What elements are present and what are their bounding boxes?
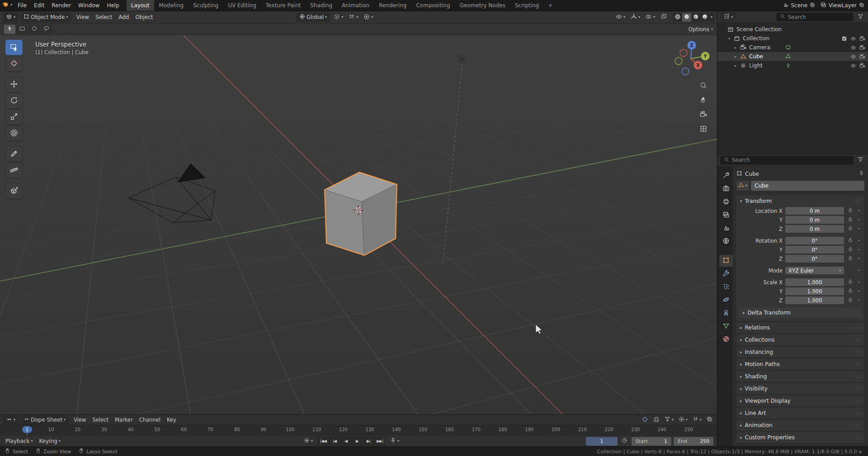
light-object[interactable] <box>443 55 466 263</box>
lock-icon[interactable] <box>847 237 854 244</box>
new-view-layer-icon[interactable] <box>859 2 864 9</box>
shading-material-preview-button[interactable] <box>691 13 700 22</box>
scene-selector[interactable]: Scene <box>783 2 815 9</box>
add-workspace-button[interactable]: + <box>544 0 557 11</box>
lock-icon[interactable] <box>847 226 854 232</box>
panel-drag-handle[interactable]: ∷∷ <box>854 325 861 330</box>
overlays-dropdown[interactable]: ▾ <box>644 13 657 22</box>
animate-dot[interactable] <box>856 217 862 223</box>
location-x-field[interactable]: 0 m <box>785 207 844 215</box>
dope-menu-key[interactable]: Key <box>164 417 179 423</box>
rotation-x-field[interactable]: 0° <box>785 237 844 244</box>
workspace-tab-animation[interactable]: Animation <box>337 0 374 11</box>
eye-toggle[interactable] <box>850 54 856 60</box>
pin-icon[interactable] <box>859 170 864 178</box>
auto-keying-toggle[interactable]: ▾ <box>302 437 315 446</box>
menu-edit[interactable]: Edit <box>30 0 48 11</box>
show-hidden-toggle[interactable] <box>651 416 661 424</box>
scale-x-field[interactable]: 1.000 <box>785 278 844 286</box>
eye-toggle[interactable] <box>850 36 856 42</box>
panel-instancing[interactable]: ▸Instancing∷∷ <box>736 347 864 357</box>
lock-icon[interactable] <box>847 246 854 253</box>
menu-help[interactable]: Help <box>103 0 123 11</box>
outliner-search[interactable]: Search <box>776 13 853 21</box>
eye-toggle[interactable] <box>850 45 856 51</box>
transform-panel-header[interactable]: ▾ Transform ∷∷ <box>736 195 864 207</box>
animate-dot[interactable] <box>856 279 862 286</box>
proportional-edit-dropdown[interactable]: ▾ <box>362 13 375 22</box>
workspace-tab-shading[interactable]: Shading <box>306 0 337 11</box>
dope-menu-view[interactable]: View <box>71 417 89 423</box>
show-only-selected-toggle[interactable] <box>640 416 650 424</box>
animate-dot[interactable] <box>856 208 862 214</box>
panel-line-art[interactable]: ▸Line Art∷∷ <box>736 408 864 418</box>
workspace-tab-uv-editing[interactable]: UV Editing <box>223 0 261 11</box>
cube-object[interactable] <box>325 172 397 255</box>
transport-jump-to-next-keyframe[interactable]: ▶| <box>363 437 374 446</box>
select-mode-lasso-button[interactable] <box>41 25 52 34</box>
workspace-tab-sculpting[interactable]: Sculpting <box>189 0 223 11</box>
properties-tab-render[interactable] <box>719 183 733 195</box>
dope-menu-marker[interactable]: Marker <box>112 417 136 423</box>
panel-drag-handle[interactable]: ∷∷ <box>854 362 861 367</box>
workspace-tab-geometry-nodes[interactable]: Geometry Nodes <box>455 0 510 11</box>
shading-rendered-button[interactable] <box>700 13 709 22</box>
shading-dropdown[interactable]: ▾ <box>709 13 714 22</box>
menu-file[interactable]: File <box>14 0 30 11</box>
properties-tab-modifiers[interactable] <box>719 268 733 280</box>
panel-custom-properties[interactable]: ▸Custom Properties∷∷ <box>736 432 864 443</box>
view-layer-selector[interactable]: ViewLayer <box>821 2 864 9</box>
move-tool-button[interactable] <box>5 77 23 92</box>
zoom-button[interactable] <box>698 80 709 91</box>
dope-menu-select[interactable]: Select <box>89 417 111 423</box>
panel-collections[interactable]: ▸Collections∷∷ <box>736 334 864 345</box>
properties-tab-scene[interactable] <box>719 222 733 234</box>
navigation-gizmo[interactable]: Z Y X <box>670 38 712 80</box>
menu-window[interactable]: Window <box>75 0 103 11</box>
gizmos-dropdown[interactable]: ▾ <box>629 13 642 22</box>
disclosure-icon[interactable]: ▸ <box>733 46 738 50</box>
camera-toggle[interactable] <box>859 36 865 42</box>
xray-toggle[interactable] <box>659 13 669 22</box>
outliner-filter-button[interactable] <box>856 12 865 22</box>
y-field[interactable]: 0° <box>785 246 844 254</box>
panel-drag-handle[interactable]: ∷∷ <box>854 423 861 428</box>
properties-tab-output[interactable] <box>719 196 733 208</box>
animate-dot[interactable] <box>856 238 862 244</box>
workspace-tab-compositing[interactable]: Compositing <box>411 0 455 11</box>
viewport-menu-add[interactable]: Add <box>115 14 132 20</box>
object-visibility-dropdown[interactable]: ▾ <box>614 13 627 22</box>
properties-tab-object[interactable] <box>719 255 733 267</box>
current-frame-field[interactable]: 1 <box>586 437 618 446</box>
pan-button[interactable] <box>698 95 709 106</box>
scale-tool-button[interactable] <box>5 109 23 125</box>
shading-solid-button[interactable] <box>682 13 691 22</box>
dope-menu-channel[interactable]: Channel <box>136 417 164 423</box>
properties-filter-button[interactable] <box>856 155 865 165</box>
editor-type-button[interactable]: ▾ <box>3 415 19 425</box>
panel-drag-handle[interactable]: ∷∷ <box>854 198 861 203</box>
properties-tab-material[interactable] <box>719 334 733 345</box>
workspace-tab-scripting[interactable]: Scripting <box>510 0 544 11</box>
lock-icon[interactable] <box>847 279 854 286</box>
panel-visibility[interactable]: ▸Visibility∷∷ <box>736 383 864 394</box>
properties-tab-tool[interactable] <box>719 170 733 182</box>
add-cube-tool-button[interactable] <box>5 183 23 199</box>
select-mode-tweak-button[interactable] <box>4 25 15 34</box>
panel-drag-handle[interactable]: ∷∷ <box>854 411 861 416</box>
panel-shading[interactable]: ▸Shading∷∷ <box>736 371 864 382</box>
rotate-tool-button[interactable] <box>5 93 23 108</box>
orientation-dropdown[interactable]: Global▾ <box>296 13 330 22</box>
properties-tab-world[interactable] <box>719 235 733 247</box>
menu-render[interactable]: Render <box>48 0 75 11</box>
options-dropdown[interactable]: Options▾ <box>689 26 713 33</box>
preview-range-toggle[interactable] <box>620 437 629 446</box>
lock-icon[interactable] <box>847 216 854 223</box>
toggle-ortho-button[interactable] <box>698 124 709 135</box>
annotate-tool-button[interactable] <box>5 146 23 162</box>
z-field[interactable]: 1.000 <box>785 296 844 304</box>
properties-tab-data[interactable] <box>719 320 733 332</box>
panel-drag-handle[interactable]: ∷∷ <box>854 374 861 379</box>
workspace-tab-texture-paint[interactable]: Texture Paint <box>261 0 306 11</box>
object-name-input[interactable] <box>751 181 864 191</box>
